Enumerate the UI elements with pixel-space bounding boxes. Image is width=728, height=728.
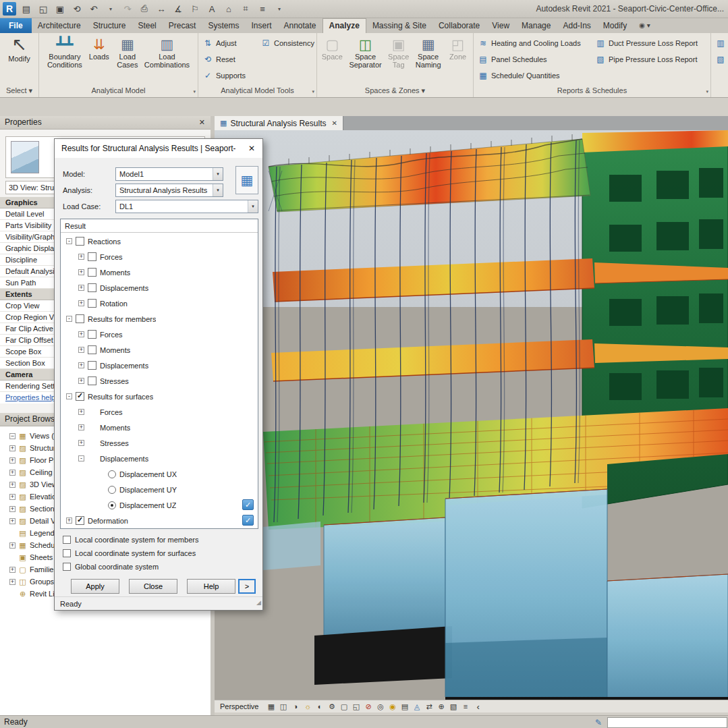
tree-item-surfaces-forces[interactable]: + Forces	[61, 404, 258, 420]
chevron-down-icon[interactable]: ▾	[213, 184, 223, 196]
modify-button[interactable]: ↖ Modify	[0, 33, 38, 63]
panel-launcher-icon[interactable]: ▾	[312, 89, 314, 94]
consistency-button[interactable]: ☑ Consistency	[260, 36, 314, 49]
view-tab-close-icon[interactable]: ✕	[331, 119, 337, 127]
tree-expander-icon[interactable]: +	[9, 506, 16, 512]
panel-label-analytical-model[interactable]: Analytical Model	[39, 84, 198, 97]
worksharing-icon[interactable]: ✎	[593, 717, 604, 728]
tree-item-members-moments[interactable]: + Moments	[61, 342, 258, 358]
tree-item-displacement-uy[interactable]: Displacement UY	[61, 482, 258, 497]
tree-item-reactions-displacements[interactable]: + Displacements	[61, 280, 258, 296]
tree-expander-icon[interactable]: -	[66, 316, 72, 322]
tag-icon[interactable]: ⚐	[187, 1, 203, 16]
crop-view-icon[interactable]: ▢	[338, 701, 349, 712]
tab-architecture[interactable]: Architecture	[32, 18, 87, 33]
apply-button[interactable]: Apply	[71, 579, 119, 594]
viewport-grid-icon[interactable]: ▦	[265, 701, 277, 712]
panel-label-select[interactable]: Select ▾	[0, 84, 38, 97]
supports-button[interactable]: ✓ Supports	[202, 69, 246, 82]
3d-canvas[interactable]: Perspective ▦ ◫ ◑	[215, 130, 728, 712]
scale-perspective[interactable]: Perspective	[220, 702, 258, 710]
tree-expander-icon[interactable]: +	[78, 362, 84, 368]
visual-style-icon[interactable]: ◑	[289, 701, 301, 712]
tree-item-checkbox[interactable]	[76, 392, 84, 401]
duct-pressure-loss-button[interactable]: ▥ Duct Pressure Loss Report	[595, 36, 698, 49]
more-tools-icon[interactable]: ≡	[459, 701, 471, 712]
tree-expander-icon[interactable]: +	[9, 579, 16, 585]
tab-collaborate[interactable]: Collaborate	[432, 18, 486, 33]
tab-systems[interactable]: Systems	[202, 18, 245, 33]
undo-dropdown-icon[interactable]: ▾	[103, 1, 119, 16]
check-duct-systems-button[interactable]: ▥ Che	[715, 36, 728, 49]
undo-icon[interactable]: ↶	[86, 1, 102, 16]
dialog-title-bar[interactable]: Results for Structural Analysis Results …	[55, 139, 262, 158]
tree-item-checkbox[interactable]	[88, 283, 96, 292]
status-filter-box[interactable]	[607, 717, 727, 728]
displacement-icon[interactable]: ⇄	[423, 701, 435, 712]
file-menu-icon[interactable]: ▤	[18, 1, 34, 16]
tree-item-displacement-uz[interactable]: Displacement UZ ✓	[61, 497, 258, 513]
tree-expander-icon[interactable]: +	[78, 269, 84, 275]
tree-expander-icon[interactable]: +	[9, 518, 16, 524]
option-global-coordinate[interactable]: Global coordinate system	[63, 563, 198, 571]
panel-schedules-button[interactable]: ▤ Panel Schedules	[478, 53, 581, 65]
tree-expander-icon[interactable]: +	[78, 331, 84, 337]
analysis-combo[interactable]: Structural Analysis Results ▾	[115, 184, 223, 197]
space-separator-button[interactable]: ◫ Space Separator	[347, 34, 383, 69]
tree-expander-icon[interactable]: +	[9, 457, 16, 464]
load-case-combo[interactable]: DL1 ▾	[115, 200, 258, 213]
analytical-model-icon[interactable]: ◬	[411, 701, 422, 712]
tree-item-checkbox[interactable]	[88, 299, 96, 308]
tree-item-checkbox[interactable]	[88, 345, 96, 354]
shadows-icon[interactable]: ◐	[314, 701, 325, 712]
sun-path-icon[interactable]: ☼	[302, 701, 313, 712]
constraints-icon[interactable]: ⊕	[435, 701, 447, 712]
thin-lines-icon[interactable]: ≡	[254, 1, 271, 16]
option-checkbox[interactable]	[63, 536, 71, 544]
tree-item-checkbox[interactable]	[76, 516, 84, 525]
next-button[interactable]: >	[238, 579, 256, 594]
history-back-icon[interactable]: ‹	[476, 702, 479, 712]
heating-cooling-loads-button[interactable]: ≋ Heating and Cooling Loads	[478, 36, 581, 49]
detail-level-icon[interactable]: ◫	[277, 701, 289, 712]
section-icon[interactable]: ⌗	[237, 1, 254, 16]
panel-launcher-icon[interactable]: ▾	[706, 89, 708, 94]
tab-precast[interactable]: Precast	[163, 18, 202, 33]
space-naming-button[interactable]: ▦ Space Naming	[414, 34, 443, 69]
open-icon[interactable]: ◱	[35, 1, 51, 16]
tree-item-reactions-moments[interactable]: + Moments	[61, 264, 258, 280]
tree-item-members-displacements[interactable]: + Displacements	[61, 358, 258, 373]
hide-isolate-icon[interactable]: ◎	[374, 701, 386, 712]
dialog-close-button[interactable]: ✕	[242, 141, 261, 156]
panel-label-spaces-zones[interactable]: Spaces & Zones ▾	[317, 84, 473, 97]
tab-options[interactable]: ◉ ▾	[633, 18, 656, 33]
model-combo[interactable]: Model1 ▾	[115, 167, 223, 181]
worksets-icon[interactable]: ▧	[447, 701, 459, 712]
tree-item-results-for-surfaces[interactable]: - Results for surfaces	[61, 389, 258, 404]
panel-label-reports-schedules[interactable]: Reports & Schedules	[474, 84, 710, 97]
tree-expander-icon[interactable]: +	[9, 542, 16, 549]
pipe-pressure-loss-button[interactable]: ▧ Pipe Pressure Loss Report	[595, 53, 698, 65]
load-combinations-button[interactable]: ▥ Load Combinations	[142, 34, 192, 69]
help-button[interactable]: Help	[187, 579, 235, 594]
lock-view-icon[interactable]: ⊘	[362, 701, 374, 712]
tab-insert[interactable]: Insert	[245, 18, 277, 33]
toolbar-dropdown-icon[interactable]: ▾	[271, 1, 287, 16]
tree-expander-icon[interactable]: +	[9, 567, 16, 573]
tree-expander-icon[interactable]: +	[78, 300, 84, 306]
tree-expander-icon[interactable]: +	[78, 378, 84, 384]
tree-item-members-forces[interactable]: + Forces	[61, 327, 258, 342]
tree-item-checkbox[interactable]	[108, 486, 116, 494]
tree-expander-icon[interactable]: +	[78, 424, 84, 430]
results-manager-button[interactable]: ▦	[235, 166, 258, 194]
structural-analysis-3d-view[interactable]	[215, 130, 728, 712]
tree-item-checkbox[interactable]	[88, 252, 96, 261]
tree-expander-icon[interactable]: +	[78, 409, 84, 415]
tree-expander-icon[interactable]: +	[9, 482, 16, 488]
redo-icon[interactable]: ↷	[119, 1, 136, 16]
aligned-dimension-icon[interactable]: ∡	[170, 1, 186, 16]
tree-expander-icon[interactable]: -	[78, 455, 84, 461]
tree-item-reactions[interactable]: - Reactions	[61, 233, 258, 249]
load-cases-button[interactable]: ▦ Load Cases	[114, 34, 141, 69]
measure-icon[interactable]: ↔	[153, 1, 169, 16]
